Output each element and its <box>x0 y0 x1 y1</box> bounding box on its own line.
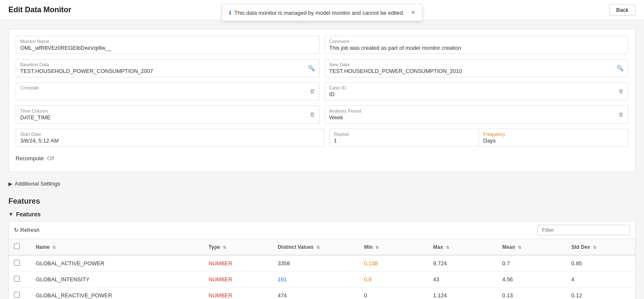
case-id-value: ID <box>329 91 610 97</box>
row-type: NUMBER <box>204 272 273 288</box>
repeat-field: Repeat 1 <box>329 129 479 147</box>
baseline-data-value: TEST.HOUSEHOLD_POWER_CONSUMPTION_2007 <box>20 68 299 74</box>
analysis-period-delete-button[interactable]: 🗑 <box>614 105 628 124</box>
features-subheading-toggle[interactable]: ▼ Features <box>8 211 636 218</box>
form-row-1: Monitor Name OML_wfR8VEz0REGElbDxeVqi8w_… <box>16 36 628 54</box>
mean-sort-icon[interactable]: ⇅ <box>518 245 521 250</box>
crosstab-label: Crosstab <box>20 85 301 90</box>
new-data-value: TEST.HOUSEHOLD_POWER_CONSUMPTION_2010 <box>329 68 609 74</box>
row-checkbox-cell <box>9 255 31 272</box>
table-toolbar: ↻ Refresh <box>8 221 636 239</box>
new-data-wrapper: New Data TEST.HOUSEHOLD_POWER_CONSUMPTIO… <box>325 59 629 77</box>
refresh-label: Refresh <box>20 227 40 233</box>
monitor-name-field: Monitor Name OML_wfR8VEz0REGElbDxeVqi8w_… <box>16 36 320 54</box>
baseline-data-field: Baseline Data TEST.HOUSEHOLD_POWER_CONSU… <box>16 59 304 77</box>
row-max: 9.724 <box>428 255 497 272</box>
repeat-value: 1 <box>334 137 474 144</box>
new-data-field: New Data TEST.HOUSEHOLD_POWER_CONSUMPTIO… <box>325 59 613 77</box>
comment-field: Comment This job was created as part of … <box>325 36 629 54</box>
filter-input[interactable] <box>537 225 630 235</box>
comment-label: Comment <box>329 39 624 44</box>
case-id-field: Case ID ID <box>325 82 614 100</box>
additional-settings-toggle[interactable]: ▶ Additional Settings <box>8 177 636 190</box>
select-all-checkbox[interactable] <box>14 243 20 249</box>
table-row: GLOBAL_REACTIVE_POWER NUMBER 474 0 1.124… <box>9 288 636 299</box>
header-name: Name ⇅ <box>31 239 204 256</box>
baseline-data-label: Baseline Data <box>20 62 299 67</box>
start-date-field: Start Date 3/8/24, 5:12 AM <box>16 129 324 147</box>
analysis-period-field: Analysis Period Week <box>325 105 614 124</box>
time-column-value: DATE_TIME <box>20 114 301 121</box>
row-checkbox-1[interactable] <box>14 276 20 282</box>
start-date-value: 3/8/24, 5:12 AM <box>20 137 320 144</box>
row-min: 0.6 <box>359 272 428 288</box>
close-icon[interactable]: × <box>411 9 415 16</box>
info-icon: ℹ <box>229 9 231 16</box>
row-max: 1.124 <box>428 288 497 299</box>
features-table: Name ⇅ Type ⇅ Distinct Values ⇅ Min ⇅ Ma… <box>8 239 636 299</box>
monitor-name-label: Monitor Name <box>20 39 315 44</box>
row-mean: 0.13 <box>497 288 566 299</box>
row-distinct: 3358 <box>272 255 359 272</box>
header-distinct: Distinct Values ⇅ <box>272 239 359 256</box>
form-row-4: Time Column DATE_TIME 🗑 Analysis Period … <box>16 105 628 124</box>
row-min: 0 <box>359 288 428 299</box>
page-title: Edit Data Monitor <box>8 5 71 14</box>
row-mean: 0.7 <box>497 255 566 272</box>
frequency-field: Frequency Days <box>479 129 628 147</box>
distinct-sort-icon[interactable]: ⇅ <box>316 245 320 250</box>
row-checkbox-0[interactable] <box>14 260 20 266</box>
chevron-down-icon: ▼ <box>8 211 13 217</box>
header-type: Type ⇅ <box>204 239 273 256</box>
repeat-frequency-group: Repeat 1 Frequency Days <box>329 129 629 147</box>
row-name: GLOBAL_INTENSITY <box>31 272 204 288</box>
row-checkbox-cell <box>9 288 31 299</box>
frequency-value: Days <box>483 137 624 144</box>
header-min: Min ⇅ <box>359 239 428 256</box>
frequency-label: Frequency <box>483 132 624 137</box>
row-min: 0.138 <box>359 255 428 272</box>
crosstab-wrapper: Crosstab 🗑 <box>16 82 320 100</box>
new-data-label: New Data <box>329 62 609 67</box>
min-sort-icon[interactable]: ⇅ <box>375 245 379 250</box>
row-distinct: 181 <box>272 272 359 288</box>
table-header: Name ⇅ Type ⇅ Distinct Values ⇅ Min ⇅ Ma… <box>9 239 636 256</box>
baseline-search-button[interactable]: 🔍 <box>304 59 320 77</box>
main-content: Monitor Name OML_wfR8VEz0REGElbDxeVqi8w_… <box>0 20 644 299</box>
case-id-wrapper: Case ID ID 🗑 <box>325 82 629 100</box>
notification-text: This data monitor is managed by model mo… <box>234 10 404 16</box>
time-column-delete-button[interactable]: 🗑 <box>305 105 320 124</box>
table-row: GLOBAL_ACTIVE_POWER NUMBER 3358 0.138 9.… <box>9 255 636 272</box>
baseline-data-wrapper: Baseline Data TEST.HOUSEHOLD_POWER_CONSU… <box>16 59 320 77</box>
form-row-2: Baseline Data TEST.HOUSEHOLD_POWER_CONSU… <box>16 59 628 77</box>
new-data-search-button[interactable]: 🔍 <box>612 59 628 77</box>
case-id-label: Case ID <box>329 85 610 90</box>
recompute-value: Off <box>47 155 54 162</box>
refresh-button[interactable]: ↻ Refresh <box>14 227 40 233</box>
back-button[interactable]: Back <box>609 4 636 16</box>
refresh-icon: ↻ <box>14 227 19 233</box>
row-name: GLOBAL_ACTIVE_POWER <box>31 255 204 272</box>
time-column-field: Time Column DATE_TIME <box>16 105 305 124</box>
row-checkbox-2[interactable] <box>14 292 20 298</box>
name-sort-icon[interactable]: ⇅ <box>52 245 56 250</box>
notification-banner: ℹ This data monitor is managed by model … <box>222 4 423 21</box>
case-id-delete-button[interactable]: 🗑 <box>614 82 628 100</box>
additional-settings-label: Additional Settings <box>15 180 60 187</box>
features-section: Features ▼ Features ↻ Refresh Name ⇅ <box>8 197 636 299</box>
crosstab-field: Crosstab <box>16 82 305 100</box>
recompute-row: Recompute Off <box>16 152 628 165</box>
crosstab-delete-button[interactable]: 🗑 <box>305 82 320 100</box>
row-type: NUMBER <box>204 288 273 299</box>
row-distinct: 474 <box>272 288 359 299</box>
row-mean: 4.56 <box>497 272 566 288</box>
repeat-label: Repeat <box>334 132 474 137</box>
row-stddev: 0.12 <box>566 288 636 299</box>
row-stddev: 4 <box>566 272 636 288</box>
type-sort-icon[interactable]: ⇅ <box>223 245 226 250</box>
max-sort-icon[interactable]: ⇅ <box>446 245 449 250</box>
time-column-wrapper: Time Column DATE_TIME 🗑 <box>16 105 320 124</box>
header-mean: Mean ⇅ <box>497 239 566 256</box>
form-row-5: Start Date 3/8/24, 5:12 AM Repeat 1 Freq… <box>16 129 628 147</box>
stddev-sort-icon[interactable]: ⇅ <box>593 245 596 250</box>
